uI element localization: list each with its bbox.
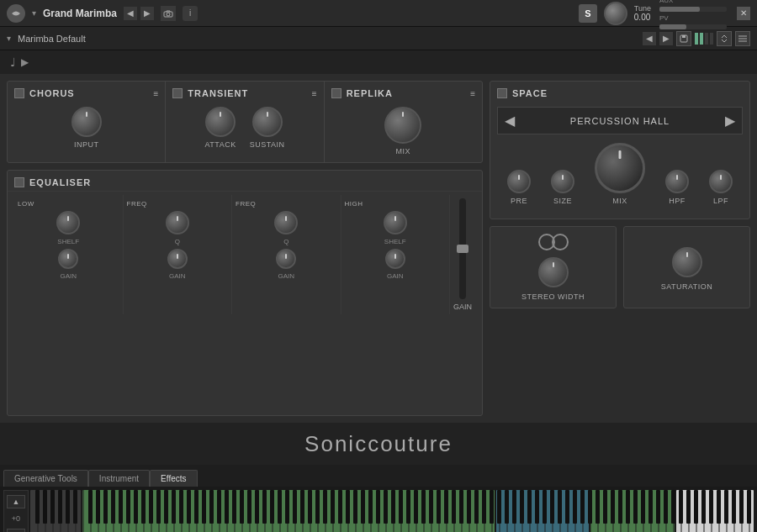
- svg-rect-139: [323, 490, 327, 524]
- svg-rect-167: [535, 490, 539, 524]
- replika-enable-checkbox[interactable]: [331, 88, 341, 98]
- hpf-knob[interactable]: [665, 170, 689, 193]
- svg-rect-105: [58, 490, 62, 524]
- eq-band-freq1: FREQ Q GAIN: [124, 195, 233, 314]
- expand-btn[interactable]: [717, 31, 732, 46]
- svg-rect-126: [225, 490, 229, 524]
- tune-sliders: AUX PV: [659, 0, 727, 29]
- nav-left-btn[interactable]: ◀: [124, 7, 137, 20]
- svg-rect-104: [50, 490, 55, 524]
- svg-rect-117: [156, 490, 161, 524]
- chorus-menu-btn[interactable]: ≡: [153, 89, 158, 98]
- svg-rect-162: [497, 490, 501, 524]
- eq-low-shelf-label: SHELF: [57, 238, 79, 245]
- transient-attack-knob[interactable]: [205, 107, 236, 137]
- space-mix-knob[interactable]: [595, 143, 645, 193]
- pre-knob[interactable]: [507, 170, 531, 193]
- nav-right-btn[interactable]: ▶: [140, 7, 154, 20]
- save-icon-btn[interactable]: [676, 31, 691, 46]
- top-fx-row: CHORUS ≡ INPUT TRANSIENT ≡: [7, 81, 483, 163]
- app-logo: [7, 4, 25, 23]
- svg-rect-174: [588, 490, 592, 524]
- reverb-next-btn[interactable]: ▶: [725, 113, 735, 129]
- level-bar-4: [710, 33, 713, 45]
- svg-rect-145: [368, 490, 373, 524]
- aux-slider[interactable]: [659, 7, 727, 12]
- tune-knob[interactable]: [604, 2, 627, 25]
- replika-panel: REPLIKA ≡ MIX: [325, 82, 482, 162]
- svg-rect-113: [126, 490, 130, 524]
- svg-rect-129: [247, 490, 251, 524]
- transient-enable-checkbox[interactable]: [172, 88, 183, 98]
- svg-rect-115: [141, 490, 146, 524]
- lpf-knob[interactable]: [709, 170, 733, 193]
- camera-btn[interactable]: [161, 6, 176, 21]
- svg-rect-154: [437, 490, 441, 524]
- stereo-circle-right: [552, 234, 569, 250]
- tune-info: Tune 0.00: [634, 4, 651, 22]
- svg-rect-155: [444, 490, 448, 524]
- svg-rect-136: [300, 490, 304, 524]
- pv-slider[interactable]: [659, 24, 727, 29]
- svg-rect-151: [414, 490, 418, 524]
- transient-sustain-knob-container: SUSTAIN: [250, 107, 285, 149]
- eq-freq2-main-knob[interactable]: [274, 211, 298, 234]
- chorus-input-knob[interactable]: [71, 107, 102, 137]
- svg-rect-125: [217, 490, 221, 524]
- svg-point-1: [167, 13, 170, 16]
- eq-freq2-label: FREQ: [236, 200, 256, 208]
- reverb-prev-btn[interactable]: ◀: [505, 113, 515, 129]
- midi-row: ♩ ▶: [0, 50, 757, 74]
- keyboard-area: ▲ +0 ▼ piano-keys: [0, 487, 757, 532]
- eq-high-gain-knob[interactable]: [385, 249, 405, 269]
- instrument-name: Grand Marimba: [43, 8, 117, 19]
- menu-bars-btn[interactable]: [735, 31, 750, 46]
- svg-rect-133: [278, 490, 282, 524]
- eq-freq1-main-knob[interactable]: [166, 211, 189, 234]
- eq-band-high: HIGH SHELF GAIN: [341, 195, 451, 314]
- eq-freq2-main-knob-container: [274, 211, 298, 234]
- eq-low-gain-label: GAIN: [60, 272, 77, 280]
- eq-freq1-gain-knob[interactable]: [167, 249, 188, 269]
- replika-menu-btn[interactable]: ≡: [470, 89, 475, 98]
- eq-low-gain-knob[interactable]: [58, 249, 78, 269]
- transient-sustain-knob[interactable]: [252, 107, 283, 137]
- svg-rect-180: [633, 490, 638, 524]
- space-section: SPACE ◀ PERCUSSION HALL ▶ PRE SIZE MIX: [490, 81, 750, 219]
- eq-high-gain-label: GAIN: [387, 272, 404, 280]
- tab-instrument[interactable]: Instrument: [88, 470, 150, 487]
- eq-enable-checkbox[interactable]: [14, 177, 24, 187]
- eq-freq2-gain-knob[interactable]: [276, 249, 296, 269]
- reverb-knobs: PRE SIZE MIX HPF LPF: [497, 143, 743, 205]
- eq-low-main-knob[interactable]: [56, 211, 80, 234]
- svg-rect-132: [270, 490, 274, 524]
- octave-up-btn[interactable]: ▲: [7, 495, 25, 508]
- saturation-knob[interactable]: [672, 247, 702, 277]
- left-panel: CHORUS ≡ INPUT TRANSIENT ≡: [7, 81, 483, 416]
- s-button[interactable]: S: [579, 4, 597, 23]
- space-enable-checkbox[interactable]: [497, 88, 507, 98]
- chorus-enable-checkbox[interactable]: [14, 88, 24, 98]
- eq-gain-slider[interactable]: [459, 198, 466, 299]
- transient-header: TRANSIENT ≡: [172, 88, 316, 98]
- tab-effects[interactable]: Effects: [150, 470, 197, 487]
- svg-rect-191: [717, 490, 721, 524]
- transient-menu-btn[interactable]: ≡: [312, 89, 317, 98]
- pre-label: PRE: [511, 197, 527, 205]
- size-knob[interactable]: [551, 170, 574, 193]
- svg-rect-114: [134, 490, 138, 524]
- eq-high-main-knob[interactable]: [384, 211, 407, 234]
- eq-high-shelf-label: SHELF: [384, 238, 406, 245]
- equaliser-section: EQUALISER LOW SHELF GAIN FREQ: [7, 170, 483, 416]
- stereo-width-knob[interactable]: [538, 257, 569, 287]
- replika-mix-knob[interactable]: [384, 107, 421, 144]
- info-btn[interactable]: i: [183, 6, 198, 21]
- svg-rect-158: [467, 490, 471, 524]
- close-btn[interactable]: ✕: [737, 7, 750, 20]
- octave-down-btn[interactable]: ▼: [7, 529, 25, 532]
- level-bar-1: [695, 33, 698, 45]
- preset-nav: ◀ ▶: [643, 31, 750, 46]
- preset-nav-left[interactable]: ◀: [643, 32, 656, 45]
- tab-generative-tools[interactable]: Generative Tools: [3, 470, 88, 487]
- preset-nav-right[interactable]: ▶: [659, 32, 673, 45]
